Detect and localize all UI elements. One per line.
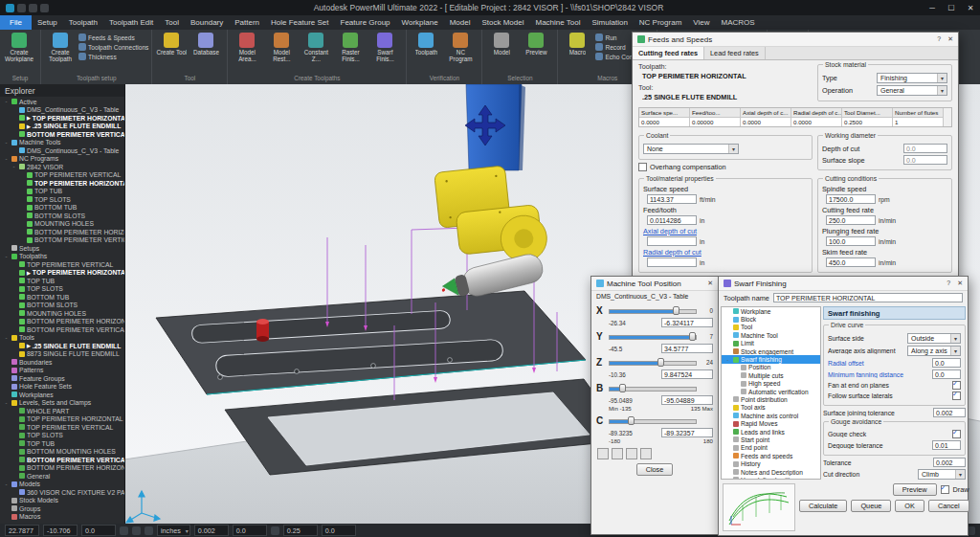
explorer-tree-item[interactable]: ▶ Setups <box>0 244 124 253</box>
explorer-tree-item[interactable]: ▶ .25 SINGLE FLUTE ENDMILL <box>0 123 124 131</box>
type-dropdown[interactable]: Finishing <box>877 73 947 83</box>
cancel-button[interactable]: Cancel <box>928 500 969 512</box>
axis-value-input[interactable]: 9.847524 <box>661 369 713 379</box>
explorer-tree-item[interactable]: ▶ TOP SLOTS <box>0 285 124 294</box>
feeds-table-cell[interactable]: 1 <box>893 118 944 126</box>
axis-slider[interactable] <box>609 306 697 315</box>
calculate-button[interactable]: Calculate <box>799 500 847 512</box>
draw-checkbox[interactable] <box>941 485 949 494</box>
ribbon-tab[interactable]: Boundary <box>185 15 229 30</box>
explorer-tree-item[interactable]: - ▶ Machine Tools <box>0 139 124 147</box>
fan-at-end-checkbox[interactable] <box>952 381 961 390</box>
ribbon-small-button[interactable]: Thickness <box>78 53 148 60</box>
slider-handle-icon[interactable] <box>628 416 635 425</box>
operation-dropdown[interactable]: General <box>877 85 947 96</box>
strategy-tree-item[interactable]: Tool axis <box>722 404 820 412</box>
grid-toggle-icon[interactable] <box>132 526 141 535</box>
explorer-tree-item[interactable]: ▶ BOTTOM PERIMETER HORIZONTAL <box>0 228 124 236</box>
tree-expander-icon[interactable]: - <box>724 357 731 363</box>
explorer-tree-item[interactable]: ▶ BOTTOM PERIMETER VERTICAL <box>0 456 124 464</box>
axis-value-input[interactable]: 34.5777 <box>661 344 713 353</box>
explorer-tree-item[interactable]: - ▶ Levels, Sets and Clamps <box>0 399 124 408</box>
ribbon-button[interactable]: Create Toolpath <box>44 32 77 75</box>
clamp-cylinder[interactable] <box>256 319 269 342</box>
explorer-tree-item[interactable]: ▶ TOP TUB <box>0 277 124 285</box>
tree-expander-icon[interactable]: - <box>11 164 17 169</box>
lock-y-icon[interactable] <box>612 448 623 459</box>
tree-expander-icon[interactable]: - <box>3 400 10 406</box>
tolerance-input[interactable]: 0.002 <box>933 458 966 467</box>
explorer-tree-item[interactable]: ▶ Workplanes <box>0 391 124 399</box>
explorer-tree-item[interactable]: ▶ Stock Models <box>0 497 124 505</box>
tool-toggle-icon[interactable] <box>271 526 279 535</box>
ribbon-tab[interactable]: Setup <box>32 15 63 30</box>
strategy-tree-item[interactable]: History <box>722 459 820 467</box>
snap-toggle-icon[interactable] <box>120 526 128 535</box>
cut-direction-dropdown[interactable]: Climb <box>918 469 966 480</box>
ribbon-button[interactable]: Model Area... <box>231 32 263 75</box>
explorer-tree-item[interactable]: - ▶ Toolpaths <box>0 253 124 261</box>
undo-icon[interactable] <box>29 4 37 12</box>
tree-expander-icon[interactable]: - <box>3 254 10 259</box>
property-input[interactable]: 1143.37 <box>647 194 697 204</box>
overhang-checkbox[interactable] <box>638 163 647 171</box>
strategy-tree-item[interactable]: Rapid Moves <box>722 419 820 427</box>
machine-close-button[interactable]: Close <box>636 463 674 476</box>
radial-offset-label[interactable]: Radial offset <box>828 360 929 367</box>
explorer-tree-item[interactable]: ▶ Macros <box>0 513 124 522</box>
reset-position-icon[interactable] <box>640 448 652 459</box>
feeds-table-cell[interactable]: 0.00000 <box>690 118 741 126</box>
slider-handle-icon[interactable] <box>657 358 664 367</box>
axis-slider[interactable] <box>609 384 697 392</box>
ribbon-tab[interactable]: Toolpath Edit <box>103 15 159 30</box>
explorer-tree-item[interactable]: ▶ BOTTOM SLOTS <box>0 302 124 310</box>
help-icon[interactable]: ? <box>937 35 941 43</box>
ribbon-tab[interactable]: Machine Tool <box>529 15 586 30</box>
strategy-tree-item[interactable]: Machine axis control <box>722 412 820 419</box>
explorer-tree-item[interactable]: ▶ .25 SINGLE FLUTE ENDMILL <box>0 342 124 350</box>
explorer-tree-item[interactable]: - ▶ Tools <box>0 334 124 343</box>
slider-handle-icon[interactable] <box>673 306 679 315</box>
fanning-distance-input[interactable]: 0.0 <box>932 369 961 379</box>
slider-handle-icon[interactable] <box>619 384 626 392</box>
strategy-tree-item[interactable]: Multiple cuts <box>722 371 820 379</box>
fanning-distance-label[interactable]: Minimum fanning distance <box>828 371 929 378</box>
strategy-tree-item[interactable]: Point distribution <box>722 395 820 403</box>
ribbon-button[interactable]: Constant Z... <box>300 32 332 75</box>
ribbon-button[interactable]: Preview <box>520 32 552 75</box>
preview-button[interactable]: Preview <box>893 483 937 496</box>
surface-side-dropdown[interactable]: Outside <box>907 333 961 344</box>
coolant-dropdown[interactable]: None <box>643 144 739 154</box>
explorer-tree-item[interactable]: ▶ MOUNTING HOLES <box>0 220 124 229</box>
strategy-tree-item[interactable]: - Swarf finishing <box>722 355 820 363</box>
explorer-tree-item[interactable]: ▶ BOTTOM SLOTS <box>0 212 124 220</box>
condition-input[interactable]: 100.0 <box>826 236 876 246</box>
units-dropdown[interactable]: inches <box>157 525 190 536</box>
strategy-tree-item[interactable]: Notes and Description <box>722 468 820 476</box>
close-icon[interactable]: ✕ <box>947 35 953 43</box>
explorer-tree-item[interactable]: ▶ Groups <box>0 504 124 513</box>
strategy-tree-item[interactable]: Position <box>722 364 820 371</box>
explorer-tree-item[interactable]: ▶ TOP PERIMETER VERTICAL <box>0 423 124 432</box>
condition-input[interactable]: 250.0 <box>826 215 876 225</box>
strategy-tree-item[interactable]: Feeds and speeds <box>722 452 820 459</box>
explorer-tree-item[interactable]: ▶ BOTTOM PERIMETER HORIZONTAL <box>0 464 124 473</box>
lock-x-icon[interactable] <box>597 448 609 459</box>
property-input[interactable] <box>647 257 697 267</box>
axial-offset-readout[interactable]: 0.0 <box>322 525 356 536</box>
axis-alignment-dropdown[interactable]: Along z axis <box>907 346 961 356</box>
ribbon-button[interactable]: Model Rest... <box>265 32 298 75</box>
condition-input[interactable]: 17500.0 <box>826 194 876 204</box>
close-button[interactable]: ✕ <box>961 4 980 12</box>
ribbon-small-button[interactable]: Feeds & Speeds <box>78 34 148 41</box>
ribbon-button[interactable]: Create Tool <box>155 32 188 75</box>
explorer-tree-item[interactable]: - ▶ 2842 VISOR <box>0 163 124 171</box>
depth-of-cut-input[interactable]: 0.0 <box>903 144 947 153</box>
axis-value-input[interactable]: -95.04889 <box>661 395 713 405</box>
property-input[interactable] <box>647 236 697 246</box>
explorer-tree-item[interactable]: - ▶ Models <box>0 481 124 489</box>
maximize-button[interactable]: ☐ <box>942 4 961 12</box>
axis-slider[interactable] <box>609 332 697 341</box>
redo-icon[interactable] <box>40 4 49 12</box>
thickness-readout[interactable]: 0.0 <box>233 525 267 536</box>
